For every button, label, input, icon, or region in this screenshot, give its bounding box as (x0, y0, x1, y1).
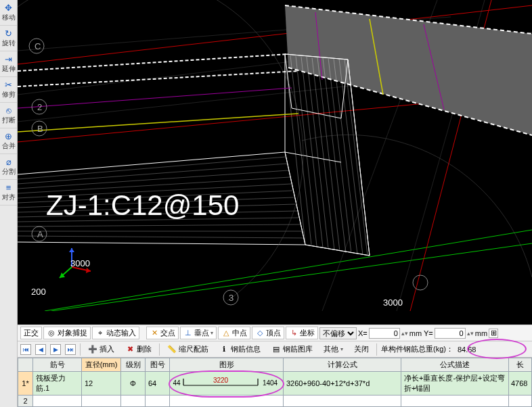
col-desc[interactable]: 公式描述 (401, 358, 509, 372)
delete-btn[interactable]: ✖删除 (122, 343, 155, 356)
cell-grade[interactable]: Φ (121, 372, 146, 396)
col-name[interactable]: 筋号 (33, 358, 82, 372)
axes-icon: ↳ (289, 329, 298, 338)
tool-label: 分割 (2, 167, 16, 176)
tool-修剪[interactable]: ✂修剪 (0, 77, 17, 103)
cursor-icon: ⌖ (95, 329, 105, 338)
insert-btn[interactable]: ➕插入 (85, 343, 118, 356)
col-length[interactable]: 长 (509, 358, 532, 372)
svg-line-38 (18, 157, 286, 179)
tool-label: 修剪 (2, 90, 16, 99)
lib-btn[interactable]: ▤钢筋图库 (268, 343, 316, 356)
col-shape[interactable]: 图形 (170, 358, 284, 372)
perp-snap[interactable]: ⊥垂点▾ (180, 327, 217, 339)
svg-line-24 (305, 245, 370, 256)
tool-icon: ✥ (5, 3, 12, 13)
info-icon: ℹ (219, 345, 229, 354)
row-num: 2 (18, 396, 33, 407)
triangle-icon: △ (221, 329, 231, 338)
svg-line-18 (18, 152, 285, 174)
tool-合并[interactable]: ⊕合并 (0, 128, 17, 154)
cell-formula[interactable]: 3260+960-40+12*d+37*d (284, 372, 401, 396)
osnap-toggle[interactable]: ◎对象捕捉 (43, 327, 91, 339)
tool-icon: ⊕ (5, 131, 12, 141)
svg-line-17 (18, 71, 298, 87)
y-input[interactable] (435, 328, 466, 339)
svg-line-31 (312, 57, 334, 250)
tool-icon: ⎋ (6, 105, 12, 116)
mid-snap[interactable]: △中点 (218, 327, 250, 339)
svg-line-5 (45, 230, 532, 311)
perp-icon: ⊥ (183, 329, 193, 338)
ortho-toggle[interactable]: 正交 (20, 327, 42, 339)
tool-分割[interactable]: ⌀分割 (0, 154, 17, 180)
svg-text:3220: 3220 (213, 377, 228, 384)
coord-toggle[interactable]: ↳坐标 (286, 327, 318, 339)
input-icon[interactable]: ⊞ (489, 329, 498, 338)
svg-line-32 (317, 57, 340, 252)
tool-旋转[interactable]: ↻旋转 (0, 26, 17, 51)
svg-line-28 (296, 56, 317, 246)
cell-shape[interactable]: 44 3220 1404 (170, 372, 284, 396)
x-input[interactable] (369, 328, 400, 339)
table-row[interactable]: 2 (18, 396, 532, 407)
intersect-snap[interactable]: ✕交点 (146, 327, 179, 339)
col-rownum[interactable] (18, 358, 33, 372)
nav-last-btn[interactable]: ⏭ (65, 344, 76, 355)
svg-marker-10 (285, 5, 532, 135)
scale-btn[interactable]: 📏缩尺配筋 (164, 343, 212, 356)
svg-text:44: 44 (173, 379, 181, 387)
tool-移动[interactable]: ✥移动 (0, 0, 17, 26)
cell-figno[interactable]: 64 (146, 372, 170, 396)
svg-line-16 (18, 54, 288, 71)
col-figno[interactable]: 图号 (146, 358, 170, 372)
weight-value: 84.68 (458, 345, 476, 354)
svg-line-26 (285, 55, 305, 243)
plus-icon: ➕ (88, 345, 97, 354)
ruler-icon: 📏 (167, 345, 177, 354)
svg-line-40 (18, 170, 288, 189)
row-num: 1* (18, 372, 33, 396)
svg-point-62 (32, 226, 47, 241)
offset-select[interactable]: 不偏移 (319, 327, 357, 339)
tool-对齐[interactable]: ≡对齐 (0, 180, 17, 206)
svg-line-46 (18, 211, 297, 217)
col-formula[interactable]: 计算公式 (284, 358, 401, 372)
rebar-table: 筋号 直径(mm) 级别 图号 图形 计算公式 公式描述 长 1* 筏板受力筋.… (18, 357, 532, 407)
cad-viewport[interactable]: ZJ-1:C12@150 3000 200 3000 C 2 B A 3 (18, 0, 532, 325)
table-row[interactable]: 1* 筏板受力筋.1 12 Φ 64 44 3220 1404 (18, 372, 532, 396)
lib-icon: ▤ (271, 345, 281, 354)
tool-label: 合并 (2, 141, 16, 151)
weight-label: 单构件钢筋总重(kg)： (381, 344, 453, 354)
nav-next-btn[interactable]: ▶ (50, 344, 61, 355)
cross-icon: ✕ (150, 329, 159, 338)
cell-name[interactable]: 筏板受力筋.1 (33, 372, 82, 396)
tool-延伸[interactable]: ⇥延伸 (0, 51, 17, 77)
svg-line-43 (18, 191, 292, 203)
tool-icon: ✂ (5, 80, 12, 90)
close-btn[interactable]: 关闭 (351, 343, 372, 356)
nav-first-btn[interactable]: ⏮ (20, 344, 31, 355)
cell-length[interactable]: 4768 (509, 372, 532, 396)
nav-prev-btn[interactable]: ◀ (35, 344, 46, 355)
svg-point-64 (413, 275, 428, 290)
info-btn[interactable]: ℹ钢筋信息 (216, 343, 264, 356)
other-btn[interactable]: 其他▾ (320, 343, 347, 356)
svg-point-63 (223, 290, 238, 305)
col-diameter[interactable]: 直径(mm) (82, 358, 121, 372)
mm-label: mm (475, 329, 487, 337)
cell-desc[interactable]: 净长+垂直长度-保护层+设定弯折+锚固 (401, 372, 509, 396)
col-grade[interactable]: 级别 (121, 358, 146, 372)
svg-line-47 (18, 218, 298, 222)
svg-line-52 (18, 88, 292, 108)
svg-point-59 (29, 39, 44, 53)
svg-point-61 (32, 121, 47, 136)
svg-line-48 (18, 224, 301, 226)
dyninput-toggle[interactable]: ⌖动态输入 (92, 327, 139, 339)
diamond-icon: ◇ (255, 329, 265, 338)
apex-snap[interactable]: ◇顶点 (252, 327, 284, 339)
tool-icon: ≡ (6, 183, 12, 193)
svg-line-35 (334, 59, 357, 254)
cell-diameter[interactable]: 12 (82, 372, 121, 396)
tool-打断[interactable]: ⎋打断 (0, 103, 17, 128)
